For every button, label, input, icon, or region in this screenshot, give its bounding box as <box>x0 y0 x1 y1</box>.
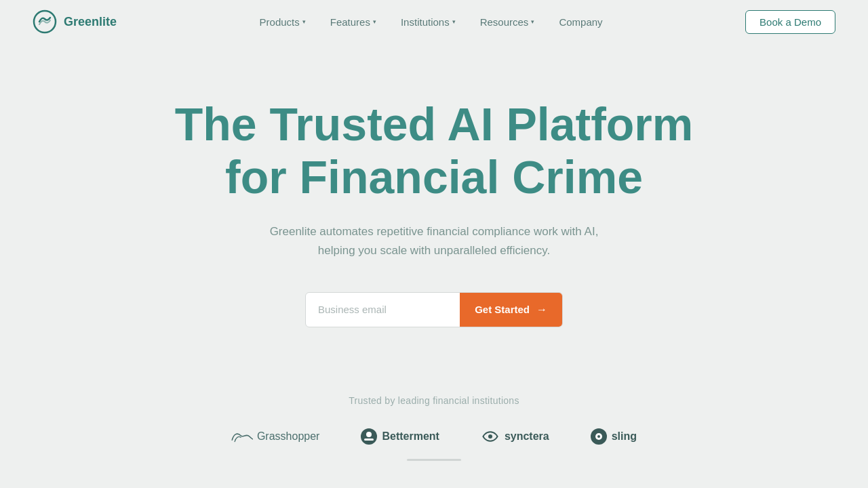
nav-item-features[interactable]: Features ▾ <box>330 16 376 28</box>
grasshopper-icon <box>231 429 253 444</box>
grasshopper-logo: Grasshopper <box>231 429 320 444</box>
logo-icon <box>33 9 57 34</box>
trust-logos: Grasshopper Betterment synctera <box>231 428 637 445</box>
trust-label: Trusted by leading financial institution… <box>349 395 519 406</box>
nav-links: Products ▾ Features ▾ Institutions ▾ Res… <box>260 16 603 28</box>
arrow-right-icon: → <box>536 304 547 316</box>
svg-point-2 <box>366 432 372 437</box>
chevron-down-icon: ▾ <box>302 18 306 25</box>
betterment-logo: Betterment <box>360 428 439 445</box>
nav-item-products[interactable]: Products ▾ <box>260 16 306 28</box>
email-input[interactable] <box>306 293 460 327</box>
svg-point-4 <box>488 434 492 439</box>
chevron-down-icon: ▾ <box>452 18 456 25</box>
get-started-button[interactable]: Get Started → <box>460 293 562 327</box>
sling-icon <box>590 428 608 445</box>
hero-section: The Trusted AI Platform for Financial Cr… <box>0 43 868 368</box>
email-form: Get Started → <box>305 292 563 327</box>
nav-item-institutions[interactable]: Institutions ▾ <box>401 16 456 28</box>
hero-subtitle: Greenlite automates repetitive financial… <box>258 222 610 259</box>
nav-item-resources[interactable]: Resources ▾ <box>480 16 535 28</box>
logo-link[interactable]: Greenlite <box>33 9 117 34</box>
svg-point-7 <box>597 435 600 438</box>
sling-logo: sling <box>590 428 637 445</box>
chevron-down-icon: ▾ <box>373 18 376 25</box>
bottom-divider <box>407 459 461 461</box>
svg-rect-3 <box>364 439 374 441</box>
betterment-icon <box>360 428 378 445</box>
synctera-logo: synctera <box>480 429 549 444</box>
trust-section: Trusted by leading financial institution… <box>0 368 868 474</box>
hero-title: The Trusted AI Platform for Financial Cr… <box>170 98 698 203</box>
brand-name: Greenlite <box>64 15 117 29</box>
navbar: Greenlite Products ▾ Features ▾ Institut… <box>0 0 868 43</box>
synctera-icon <box>480 429 500 444</box>
book-demo-button[interactable]: Book a Demo <box>745 10 835 34</box>
chevron-down-icon: ▾ <box>531 18 534 25</box>
nav-item-company[interactable]: Company <box>559 16 602 28</box>
